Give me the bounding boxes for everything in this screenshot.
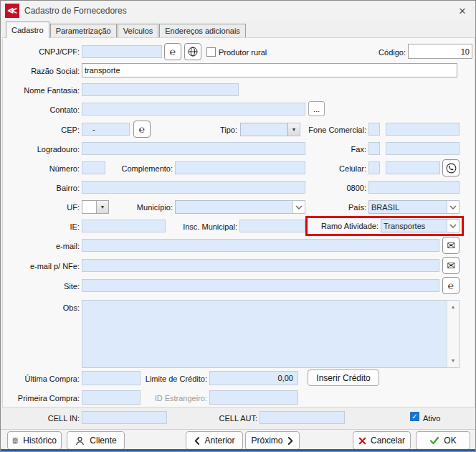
cnpj-cpf-input[interactable] xyxy=(82,45,162,58)
chevron-down-icon[interactable] xyxy=(447,220,459,232)
anterior-button-label: Anterior xyxy=(204,435,234,446)
obs-textarea[interactable]: ▲ ▼ xyxy=(82,300,460,368)
fone-comercial-input[interactable] xyxy=(386,123,460,136)
globe-icon xyxy=(187,46,199,57)
dropdown-arrow-icon[interactable]: ▼ xyxy=(96,201,108,213)
site-input[interactable] xyxy=(82,279,439,292)
titlebar[interactable]: ≪ Cadastro de Fornecedores ✕ xyxy=(1,1,475,22)
internet-icon: ℮ xyxy=(139,123,145,135)
limite-credito-label: Limite de Crédito: xyxy=(143,373,207,385)
nome-fantasia-input[interactable] xyxy=(82,83,239,96)
proximo-button[interactable]: Próximo xyxy=(245,431,300,450)
chevron-right-icon xyxy=(287,436,294,446)
cliente-button-label: Cliente xyxy=(90,435,116,446)
send-email-button[interactable]: ✉ xyxy=(442,237,460,254)
tipo-dropdown[interactable]: ▼ xyxy=(240,123,300,136)
obs-scrollbar[interactable]: ▲ ▼ xyxy=(447,301,459,367)
numero-label: Número: xyxy=(37,163,80,174)
whatsapp-button[interactable] xyxy=(442,159,460,176)
cell-aut-input[interactable] xyxy=(260,411,345,424)
chevron-left-icon xyxy=(194,436,200,446)
cnpj-web-button[interactable] xyxy=(184,43,201,60)
codigo-input[interactable] xyxy=(408,44,472,59)
municipio-label: Município: xyxy=(130,202,173,213)
contato-input[interactable] xyxy=(82,103,305,116)
cep-search-button[interactable]: ℮ xyxy=(133,121,151,138)
celular-label: Celular: xyxy=(334,163,366,174)
email-label: e-mail: xyxy=(51,240,80,252)
tel-0800-input[interactable] xyxy=(368,181,460,194)
close-icon[interactable]: ✕ xyxy=(454,4,471,19)
x-mark-icon xyxy=(358,437,366,445)
celular-ddd-input[interactable] xyxy=(368,161,380,174)
internet-icon: ℮ xyxy=(170,46,176,57)
historico-button-label: Histórico xyxy=(23,435,57,446)
fax-input[interactable] xyxy=(386,142,460,155)
chevron-down-icon[interactable] xyxy=(292,201,305,213)
email-input[interactable] xyxy=(82,239,439,252)
cnpj-cpf-label: CNPJ/CPF: xyxy=(29,46,80,57)
complemento-label: Complemento: xyxy=(115,163,173,174)
numero-input[interactable] xyxy=(82,161,105,174)
obs-label: Obs: xyxy=(58,302,80,314)
cell-in-input[interactable] xyxy=(82,411,167,424)
send-email-nfe-button[interactable]: ✉ xyxy=(442,257,460,274)
bairro-label: Bairro: xyxy=(40,182,80,194)
inserir-credito-button[interactable]: Inserir Crédito xyxy=(308,369,379,386)
ultima-compra-input[interactable] xyxy=(82,371,141,385)
cep-label: CEP: xyxy=(51,124,80,136)
municipio-dropdown[interactable] xyxy=(175,200,305,214)
dropdown-arrow-icon[interactable]: ▼ xyxy=(287,123,300,136)
razao-social-input[interactable] xyxy=(82,63,457,77)
cancelar-button[interactable]: Cancelar xyxy=(353,431,411,450)
celular-input[interactable] xyxy=(386,161,440,174)
insc-municipal-label: Insc. Municipal: xyxy=(178,221,237,232)
anterior-button[interactable]: Anterior xyxy=(186,431,243,450)
pais-label: País: xyxy=(345,202,366,213)
app-logo-icon: ≪ xyxy=(5,4,19,18)
pais-dropdown[interactable]: BRASIL xyxy=(368,200,460,214)
complemento-input[interactable] xyxy=(175,161,305,174)
fax-ddd-input[interactable] xyxy=(368,142,380,155)
cancelar-button-label: Cancelar xyxy=(371,435,405,446)
email-nfe-input[interactable] xyxy=(82,259,439,272)
scroll-up-icon[interactable]: ▲ xyxy=(447,301,459,313)
open-site-button[interactable]: ℮ xyxy=(442,277,460,294)
pais-value: BRASIL xyxy=(369,201,447,213)
tipo-label: Tipo: xyxy=(212,124,237,136)
logradouro-input[interactable] xyxy=(82,142,305,155)
ie-input[interactable] xyxy=(82,220,166,232)
cnpj-lookup-button[interactable]: ℮ xyxy=(164,43,181,60)
ativo-checkbox[interactable]: ✓ xyxy=(410,412,419,421)
email-nfe-label: e-mail p/ NFe: xyxy=(28,260,80,272)
produtor-rural-checkbox[interactable] xyxy=(206,47,216,57)
uf-label: UF: xyxy=(58,202,80,213)
scroll-down-icon[interactable]: ▼ xyxy=(447,355,459,367)
razao-social-label: Razão Social: xyxy=(21,65,80,77)
window-title: Cadastro de Fornecedores xyxy=(24,6,127,16)
primeira-compra-input[interactable] xyxy=(82,390,141,405)
window-bottom-border xyxy=(1,449,475,451)
municipio-value xyxy=(176,201,292,213)
insc-municipal-input[interactable] xyxy=(239,220,305,232)
fone-comercial-ddd-input[interactable] xyxy=(368,123,380,136)
cep-input[interactable] xyxy=(82,123,130,136)
contato-label: Contato: xyxy=(37,104,80,116)
tab-enderecos-adicionais[interactable]: Endereços adicionais xyxy=(159,24,246,38)
contato-browse-button[interactable]: ... xyxy=(308,101,325,116)
historico-button[interactable]: Histórico xyxy=(7,431,62,450)
ok-button[interactable]: OK xyxy=(416,431,470,450)
envelope-icon: ✉ xyxy=(447,240,455,251)
id-estrangeiro-input[interactable] xyxy=(209,390,298,405)
chevron-down-icon[interactable] xyxy=(447,201,459,213)
limite-credito-input[interactable] xyxy=(209,371,298,385)
ativo-label: Ativo xyxy=(423,413,452,424)
tab-cadastro[interactable]: Cadastro xyxy=(6,22,49,38)
tab-parametrizacao[interactable]: Parametrização xyxy=(50,24,117,38)
ramo-atividade-dropdown[interactable]: Transportes xyxy=(381,219,460,232)
cliente-button[interactable]: Cliente xyxy=(67,431,125,450)
tab-veiculos[interactable]: Veículos xyxy=(118,24,159,38)
internet-icon: ℮ xyxy=(448,280,454,291)
bairro-input[interactable] xyxy=(82,181,305,194)
uf-dropdown[interactable]: ▼ xyxy=(82,200,109,214)
